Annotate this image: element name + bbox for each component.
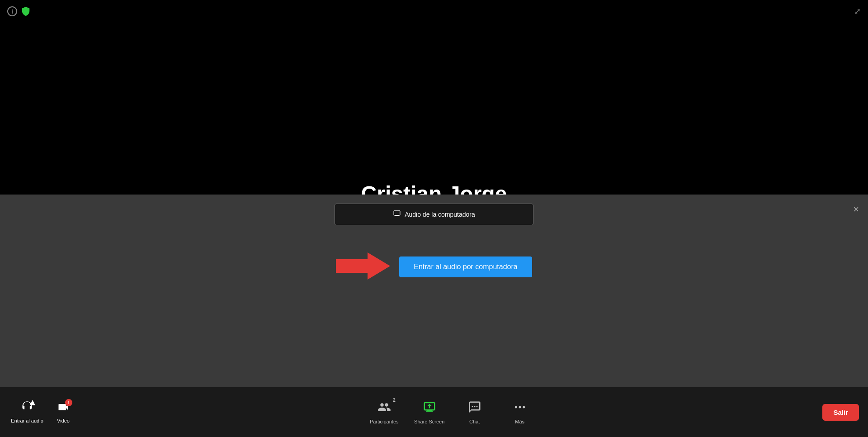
- share-screen-icon: [423, 400, 436, 417]
- info-icon: i: [7, 6, 17, 16]
- toolbar-left: Entrar al audio ! Video: [9, 392, 81, 432]
- expand-icon[interactable]: ⤢: [854, 7, 861, 16]
- join-audio-button[interactable]: Entrar al audio por computadora: [399, 256, 532, 277]
- chat-label: Chat: [469, 419, 480, 424]
- audio-button[interactable]: Entrar al audio: [9, 392, 45, 432]
- computer-audio-icon: [393, 209, 401, 219]
- svg-marker-1: [30, 400, 35, 405]
- svg-point-6: [519, 406, 521, 408]
- bottom-toolbar: Entrar al audio ! Video 2 Participantes: [0, 387, 868, 437]
- svg-point-5: [514, 406, 517, 408]
- svg-point-2: [472, 406, 473, 407]
- participants-icon: 2: [377, 400, 391, 417]
- video-button-label: Video: [57, 418, 70, 423]
- close-dialog-button[interactable]: ×: [853, 204, 859, 215]
- top-bar-left: i: [7, 6, 31, 16]
- participants-count: 2: [393, 398, 396, 403]
- chat-button[interactable]: Chat: [457, 392, 493, 432]
- chat-icon: [468, 400, 481, 417]
- video-button[interactable]: ! Video: [45, 392, 81, 432]
- audio-dialog-section: × Audio de la computadora Entrar al audi…: [0, 195, 868, 387]
- video-badge: !: [65, 399, 72, 406]
- more-icon: [513, 400, 527, 417]
- svg-point-7: [523, 406, 525, 408]
- audio-button-label: Entrar al audio: [11, 418, 43, 423]
- headphone-icon: [21, 401, 33, 416]
- participants-label: Participantes: [370, 419, 399, 424]
- top-bar-right: ⤢: [854, 6, 861, 16]
- toolbar-right: Salir: [822, 404, 859, 421]
- more-button[interactable]: Más: [502, 392, 538, 432]
- svg-point-4: [476, 406, 477, 407]
- audio-tab-label: Audio de la computadora: [405, 211, 475, 218]
- share-screen-button[interactable]: Share Screen: [411, 392, 448, 432]
- audio-tab-computer[interactable]: Audio de la computadora: [335, 204, 533, 225]
- shield-icon: [21, 6, 31, 16]
- svg-point-3: [474, 406, 475, 407]
- share-screen-label: Share Screen: [414, 419, 444, 424]
- arrow-join-container: Entrar al audio por computadora: [336, 252, 532, 281]
- top-bar: i ⤢: [0, 0, 868, 23]
- participants-button[interactable]: 2 Participantes: [366, 392, 402, 432]
- audio-tab-bar: Audio de la computadora: [335, 204, 533, 225]
- more-label: Más: [515, 419, 524, 424]
- toolbar-center: 2 Participantes Share Screen: [81, 392, 822, 432]
- red-arrow: [336, 252, 390, 281]
- camera-icon: !: [57, 401, 70, 416]
- leave-button[interactable]: Salir: [822, 404, 859, 421]
- svg-marker-0: [336, 252, 390, 280]
